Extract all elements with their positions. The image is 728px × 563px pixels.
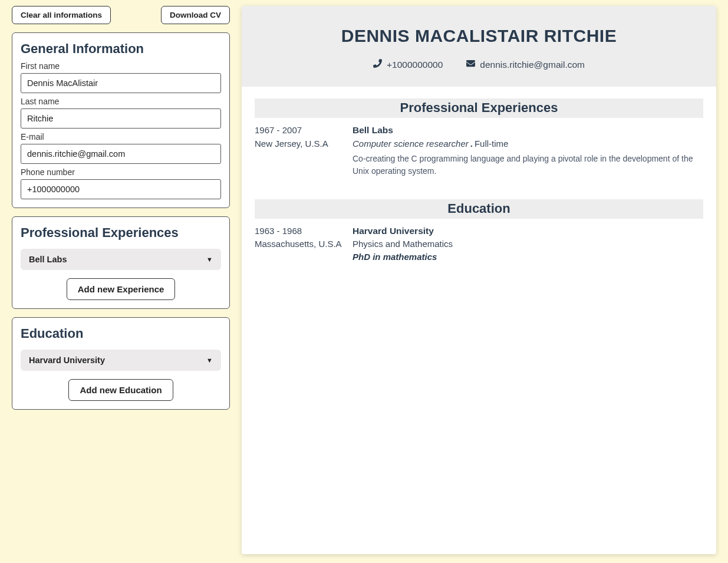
add-experience-button[interactable]: Add new Experience bbox=[67, 278, 176, 300]
email-label: E-mail bbox=[21, 132, 221, 141]
cv-education-entry: 1963 - 1968 Massachusetts, U.S.A Harvard… bbox=[255, 225, 703, 264]
download-cv-button[interactable]: Download CV bbox=[161, 6, 230, 24]
chevron-down-icon: ▼ bbox=[206, 256, 213, 263]
experience-accordion-label: Bell Labs bbox=[29, 255, 67, 264]
experiences-panel: Professional Experiences Bell Labs ▼ Add… bbox=[12, 216, 230, 309]
last-name-label: Last name bbox=[21, 97, 221, 106]
separator-dot: . bbox=[469, 139, 475, 149]
add-education-button[interactable]: Add new Education bbox=[68, 379, 173, 401]
phone-icon bbox=[373, 59, 382, 70]
education-accordion-label: Harvard University bbox=[29, 355, 105, 365]
cv-edu-degree: PhD in mathematics bbox=[353, 251, 703, 264]
general-info-title: General Information bbox=[21, 41, 221, 57]
cv-header: DENNIS MACALISTAIR RITCHIE +1000000000 d… bbox=[242, 6, 716, 87]
email-input[interactable] bbox=[21, 144, 221, 164]
phone-input[interactable] bbox=[21, 179, 221, 199]
cv-phone: +1000000000 bbox=[387, 60, 443, 70]
cv-exp-desc: Co-creating the C programming language a… bbox=[353, 153, 703, 177]
first-name-input[interactable] bbox=[21, 73, 221, 93]
cv-edu-org: Harvard University bbox=[353, 225, 703, 238]
cv-edu-location: Massachusetts, U.S.A bbox=[255, 238, 343, 251]
experience-accordion-item[interactable]: Bell Labs ▼ bbox=[21, 249, 221, 270]
cv-full-name: DENNIS MACALISTAIR RITCHIE bbox=[253, 26, 704, 46]
cv-exp-role: Computer science researcher bbox=[353, 139, 469, 149]
education-panel-title: Education bbox=[21, 326, 221, 341]
education-accordion-item[interactable]: Harvard University ▼ bbox=[21, 350, 221, 371]
cv-education-heading: Education bbox=[255, 199, 703, 219]
general-info-panel: General Information First name Last name… bbox=[12, 32, 230, 208]
experiences-panel-title: Professional Experiences bbox=[21, 225, 221, 241]
last-name-input[interactable] bbox=[21, 108, 221, 129]
first-name-label: First name bbox=[21, 61, 221, 71]
cv-exp-location: New Jersey, U.S.A bbox=[255, 137, 343, 151]
cv-experiences-heading: Professional Experiences bbox=[255, 98, 703, 118]
education-panel: Education Harvard University ▼ Add new E… bbox=[12, 317, 230, 410]
cv-preview: DENNIS MACALISTAIR RITCHIE +1000000000 d… bbox=[242, 6, 716, 554]
envelope-icon bbox=[466, 59, 475, 70]
clear-all-button[interactable]: Clear all informations bbox=[12, 6, 111, 24]
chevron-down-icon: ▼ bbox=[206, 357, 213, 364]
cv-edu-field: Physics and Mathematics bbox=[353, 238, 703, 251]
cv-exp-type: Full-time bbox=[475, 139, 509, 149]
cv-exp-org: Bell Labs bbox=[353, 124, 703, 137]
cv-exp-period: 1967 - 2007 bbox=[255, 124, 343, 137]
phone-label: Phone number bbox=[21, 167, 221, 177]
cv-experience-entry: 1967 - 2007 New Jersey, U.S.A Bell Labs … bbox=[255, 124, 703, 177]
cv-edu-period: 1963 - 1968 bbox=[255, 225, 343, 238]
cv-email: dennis.ritchie@gmail.com bbox=[480, 60, 585, 70]
